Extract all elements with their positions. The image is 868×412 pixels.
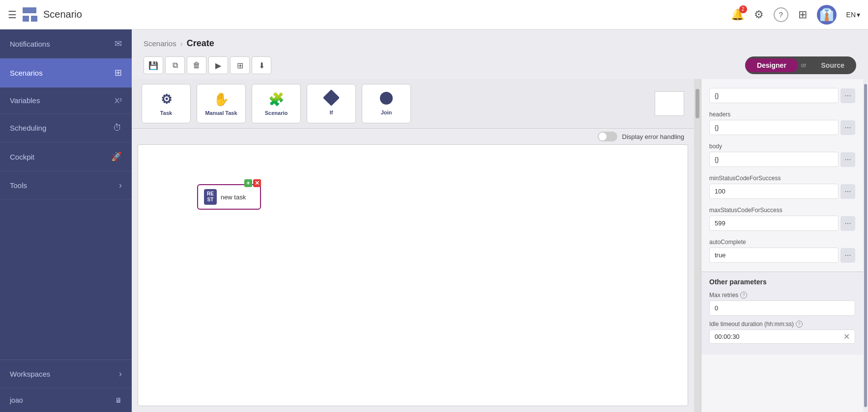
idle-timeout-input[interactable]: 00:00:30 ✕ bbox=[709, 330, 855, 344]
idle-timeout-help-icon[interactable]: ? bbox=[796, 321, 803, 328]
panel-input-headers[interactable] bbox=[709, 120, 839, 135]
panel-more-btn-min-status[interactable]: ··· bbox=[840, 184, 855, 199]
sidebar-user[interactable]: joao 🖥 bbox=[0, 388, 132, 412]
logo-rect-bottom-left bbox=[23, 16, 29, 22]
sidebar-item-variables[interactable]: Variables X² bbox=[0, 87, 132, 114]
sidebar-item-tools-label: Tools bbox=[10, 181, 27, 190]
panel-more-btn-body[interactable]: ··· bbox=[840, 152, 855, 167]
notification-bell-icon[interactable]: 🔔 2 bbox=[731, 8, 744, 21]
other-params-section: Other parameters Max retries ? 0 Idle ti… bbox=[701, 272, 863, 355]
right-panel-wrapper: ··· headers ··· body bbox=[701, 79, 868, 412]
save-button[interactable]: 💾 bbox=[144, 56, 163, 74]
avatar-icon: 👔 bbox=[819, 8, 834, 22]
max-retries-value: 0 bbox=[709, 301, 855, 316]
panel-input-row-min-status: ··· bbox=[709, 184, 855, 199]
canvas[interactable]: + ✕ RE ST new task bbox=[138, 144, 688, 406]
panel-input-top[interactable] bbox=[709, 88, 839, 103]
delete-button[interactable]: 🗑 bbox=[187, 56, 206, 74]
canvas-scroll-thumb bbox=[695, 89, 699, 118]
apps-grid-icon[interactable]: ⊞ bbox=[798, 8, 807, 21]
panel-field-min-status-label: minStatusCodeForSuccess bbox=[709, 175, 855, 182]
language-selector[interactable]: EN ▾ bbox=[846, 11, 860, 19]
panel-input-autocomplete[interactable] bbox=[709, 247, 839, 263]
error-handling-label: Display error handling bbox=[622, 133, 684, 140]
palette-if[interactable]: If bbox=[307, 84, 356, 123]
palette-scenario-label: Scenario bbox=[265, 110, 288, 116]
toolbar: 💾 ⧉ 🗑 ▶ ⊞ ⬇ Designer or Source bbox=[132, 53, 868, 79]
panel-field-body-label: body bbox=[709, 143, 855, 150]
task-node-add-btn[interactable]: + bbox=[244, 179, 252, 187]
right-panel: ··· headers ··· body bbox=[701, 79, 863, 412]
sidebar-workspaces-label: Workspaces bbox=[10, 370, 50, 378]
panel-more-btn-top[interactable]: ··· bbox=[840, 88, 855, 103]
error-handling-bar: Display error handling bbox=[132, 129, 694, 144]
canvas-preview-thumb bbox=[655, 91, 684, 116]
notifications-icon: ✉ bbox=[115, 38, 122, 49]
sidebar-item-tools[interactable]: Tools › bbox=[0, 171, 132, 200]
sidebar: Notifications ✉ Scenarios ⊞ Variables X²… bbox=[0, 29, 132, 412]
play-button[interactable]: ▶ bbox=[208, 56, 228, 74]
palette-manual-task[interactable]: ✋ Manual Task bbox=[197, 84, 246, 123]
panel-input-max-status[interactable] bbox=[709, 216, 839, 231]
panel-input-body[interactable] bbox=[709, 152, 839, 167]
palette-task[interactable]: ⚙ Task bbox=[142, 84, 191, 123]
help-icon[interactable]: ? bbox=[774, 7, 788, 22]
toggle-or-label: or bbox=[798, 62, 810, 69]
header-left: ☰ Scenario bbox=[8, 7, 82, 22]
scheduling-icon: ⏱ bbox=[113, 123, 122, 133]
panel-input-min-status[interactable] bbox=[709, 184, 839, 199]
max-retries-help-icon[interactable]: ? bbox=[740, 292, 747, 299]
panel-more-btn-autocomplete[interactable]: ··· bbox=[840, 248, 855, 263]
copy-button[interactable]: ⧉ bbox=[165, 56, 185, 74]
max-retries-label-text: Max retries bbox=[709, 292, 738, 299]
panel-field-max-status: maxStatusCodeForSuccess ··· bbox=[701, 203, 863, 235]
right-panel-scrollbar[interactable] bbox=[864, 84, 867, 407]
breadcrumb: Scenarios › Create bbox=[132, 29, 868, 53]
palette-join[interactable]: Join bbox=[362, 84, 411, 123]
max-retries-label: Max retries ? bbox=[709, 292, 855, 299]
sidebar-item-cockpit-label: Cockpit bbox=[10, 153, 34, 161]
panel-input-row-max-status: ··· bbox=[709, 216, 855, 231]
main-layout: Notifications ✉ Scenarios ⊞ Variables X²… bbox=[0, 29, 868, 412]
panel-input-row-body: ··· bbox=[709, 152, 855, 167]
source-toggle-btn[interactable]: Source bbox=[810, 58, 856, 72]
panel-input-row-autocomplete: ··· bbox=[709, 247, 855, 263]
panel-more-btn-max-status[interactable]: ··· bbox=[840, 216, 855, 231]
header-right: 🔔 2 ⚙ ? ⊞ 👔 EN ▾ bbox=[731, 5, 860, 25]
avatar[interactable]: 👔 bbox=[817, 5, 837, 25]
download-button[interactable]: ⬇ bbox=[252, 56, 271, 74]
rest-line2: ST bbox=[207, 197, 214, 203]
sidebar-item-workspaces[interactable]: Workspaces › bbox=[0, 360, 132, 388]
panel-more-btn-headers[interactable]: ··· bbox=[840, 120, 855, 135]
idle-timeout-field: Idle timeout duration (hh:mm:ss) ? 00:00… bbox=[709, 321, 855, 344]
task-node-controls: + ✕ bbox=[244, 179, 261, 187]
variables-icon: X² bbox=[115, 96, 122, 105]
canvas-scrollbar[interactable] bbox=[694, 79, 701, 412]
logo-rect-bottom-right bbox=[31, 16, 37, 22]
sidebar-item-notifications[interactable]: Notifications ✉ bbox=[0, 29, 132, 58]
palette-scenario[interactable]: 🧩 Scenario bbox=[252, 84, 301, 123]
sidebar-item-scheduling-label: Scheduling bbox=[10, 124, 46, 132]
sidebar-item-scheduling[interactable]: Scheduling ⏱ bbox=[0, 114, 132, 142]
hamburger-icon[interactable]: ☰ bbox=[8, 9, 17, 21]
task-node-remove-btn[interactable]: ✕ bbox=[253, 179, 261, 187]
designer-toggle-btn[interactable]: Designer bbox=[745, 58, 798, 72]
idle-timeout-label: Idle timeout duration (hh:mm:ss) ? bbox=[709, 321, 855, 328]
breadcrumb-parent[interactable]: Scenarios bbox=[144, 39, 176, 48]
sidebar-item-scenarios[interactable]: Scenarios ⊞ bbox=[0, 58, 132, 87]
grid-button[interactable]: ⊞ bbox=[230, 56, 250, 74]
sidebar-item-notifications-label: Notifications bbox=[10, 40, 50, 48]
settings-icon[interactable]: ⚙ bbox=[754, 8, 764, 21]
error-handling-toggle[interactable] bbox=[598, 132, 617, 141]
panel-input-row-headers: ··· bbox=[709, 120, 855, 135]
sidebar-item-cockpit[interactable]: Cockpit 🚀 bbox=[0, 142, 132, 171]
tools-expand-icon: › bbox=[119, 180, 122, 191]
lang-chevron-icon: ▾ bbox=[857, 11, 860, 19]
notification-badge: 2 bbox=[739, 5, 747, 13]
logo-rect-top bbox=[23, 7, 36, 13]
panel-field-body: body ··· bbox=[701, 139, 863, 171]
idle-timeout-clear-btn[interactable]: ✕ bbox=[843, 332, 850, 341]
task-node[interactable]: + ✕ RE ST new task bbox=[197, 184, 261, 210]
panel-field-top: ··· bbox=[701, 84, 863, 107]
panel-field-headers-label: headers bbox=[709, 111, 855, 118]
